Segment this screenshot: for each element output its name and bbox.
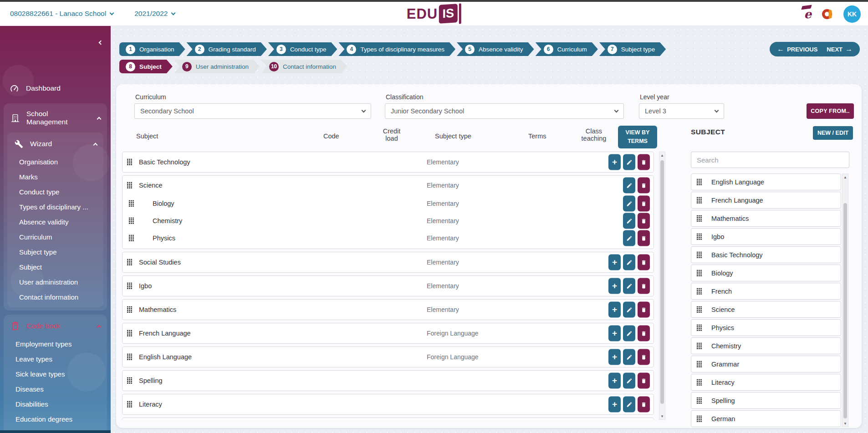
add-subject-button[interactable]: + [608, 326, 621, 341]
sidebar-item-subject-type[interactable]: Subject type [7, 245, 103, 260]
drag-handle-icon[interactable] [697, 270, 702, 276]
drag-handle-icon[interactable] [129, 218, 134, 224]
add-subject-button[interactable]: + [608, 397, 621, 413]
sidebar-item-disabilities[interactable]: Disabilities [4, 397, 107, 412]
subject-pool-item-science[interactable]: Science [691, 301, 841, 318]
delete-subject-button[interactable] [638, 349, 650, 365]
sidebar-item-employment-types[interactable]: Employment types [4, 336, 107, 351]
drag-handle-icon[interactable] [129, 200, 134, 207]
drag-handle-icon[interactable] [697, 397, 702, 404]
edit-subject-button[interactable] [623, 397, 635, 413]
drag-handle-icon[interactable] [127, 306, 132, 313]
subject-pool-item-mathematics[interactable]: Mathematics [691, 210, 841, 227]
sidebar-item-types-of-disciplinary[interactable]: Types of disciplinary ... [7, 199, 103, 214]
subject-pool-item-chemistry[interactable]: Chemistry [691, 337, 841, 354]
edit-subject-button[interactable] [623, 302, 635, 318]
drag-handle-icon[interactable] [697, 178, 702, 185]
edit-subject-button[interactable] [623, 373, 635, 389]
drag-handle-icon[interactable] [697, 379, 702, 386]
sidebar-item-organisation[interactable]: Organisation [7, 154, 103, 169]
drag-handle-icon[interactable] [697, 342, 702, 349]
sidebar-item-sick-leave-types[interactable]: Sick leave types [4, 367, 107, 382]
drag-handle-icon[interactable] [697, 288, 702, 295]
scroll-up-icon[interactable]: ▲ [659, 152, 665, 158]
sidebar-item-wizard[interactable]: Wizard [7, 132, 103, 154]
delete-subject-button[interactable] [638, 196, 650, 212]
scrollbar-thumb[interactable] [843, 203, 847, 418]
subject-pool-item-igbo[interactable]: Igbo [691, 228, 841, 245]
sidebar-item-leave-types[interactable]: Leave types [4, 351, 107, 367]
sidebar-item-diseases[interactable]: Diseases [4, 382, 107, 397]
subject-search-input[interactable] [691, 152, 849, 168]
delete-subject-button[interactable] [638, 213, 650, 229]
add-subject-button[interactable]: + [608, 154, 621, 170]
drag-handle-icon[interactable] [697, 197, 702, 204]
sidebar-item-contact-information[interactable]: Contact information [7, 290, 103, 305]
drag-handle-icon[interactable] [697, 233, 702, 240]
view-by-terms-button[interactable]: VIEW BY TERMS [618, 126, 657, 148]
wizard-step-organisation[interactable]: 1Organisation [119, 42, 185, 56]
sidebar-item-user-administration[interactable]: User administration [7, 275, 103, 290]
add-subject-button[interactable]: + [608, 349, 621, 365]
delete-subject-button[interactable] [638, 373, 650, 389]
drag-handle-icon[interactable] [697, 251, 702, 258]
edit-subject-button[interactable] [623, 154, 635, 170]
drag-handle-icon[interactable] [697, 415, 702, 422]
delete-subject-button[interactable] [638, 397, 650, 413]
wizard-step-types-of-disciplinary-measures[interactable]: 4Types of disciplinary measures [338, 42, 455, 56]
delete-subject-button[interactable] [638, 154, 650, 170]
drag-handle-icon[interactable] [127, 159, 132, 166]
next-button[interactable]: NEXT→ [827, 46, 853, 53]
sidebar-item-education-degrees[interactable]: Education degrees [4, 412, 107, 427]
previous-button[interactable]: ←PREVIOUS [777, 46, 817, 53]
add-subject-button[interactable]: + [608, 373, 621, 389]
sidebar-item-marks[interactable]: Marks [7, 169, 103, 184]
delete-subject-button[interactable] [638, 230, 650, 246]
school-year-selector[interactable]: 2021/2022 [134, 10, 175, 18]
subject-pool-item-literacy[interactable]: Literacy [691, 374, 841, 391]
wizard-step-contact-information[interactable]: 10Contact information [261, 60, 347, 73]
wizard-step-subject[interactable]: 8Subject [119, 60, 173, 73]
drag-handle-icon[interactable] [127, 401, 132, 408]
edit-subject-button[interactable] [623, 213, 635, 229]
edit-subject-button[interactable] [623, 278, 635, 294]
delete-subject-button[interactable] [638, 302, 650, 318]
wizard-step-user-administration[interactable]: 9User administration [174, 60, 260, 73]
scroll-down-icon[interactable]: ▼ [659, 413, 665, 419]
sidebar-item-school-management[interactable]: School Management [4, 103, 107, 132]
sidebar-item-conduct-type[interactable]: Conduct type [7, 184, 103, 199]
drag-handle-icon[interactable] [127, 330, 132, 337]
subject-pool-item-basic-technology[interactable]: Basic Technology [691, 246, 841, 263]
subject-pool-item-english-language[interactable]: English Language [691, 173, 841, 190]
wizard-step-subject-type[interactable]: 7Subject type [599, 42, 666, 56]
school-selector[interactable]: 08028822661 - Lanaco School [10, 10, 113, 18]
drag-handle-icon[interactable] [127, 259, 132, 266]
add-subject-button[interactable]: + [608, 255, 621, 270]
table-scrollbar[interactable]: ▲ ▼ [659, 152, 665, 420]
edit-subject-button[interactable] [623, 178, 635, 194]
office365-icon[interactable] [822, 8, 833, 20]
scroll-up-icon[interactable]: ▲ [842, 174, 848, 180]
add-subject-button[interactable]: + [608, 278, 621, 294]
sidebar-item-curriculum[interactable]: Curriculum [7, 229, 103, 245]
add-subject-button[interactable]: + [608, 302, 621, 318]
subject-pool-item-french[interactable]: French [691, 283, 841, 300]
wizard-step-conduct-type[interactable]: 3Conduct type [268, 42, 337, 56]
sidebar-item-professions[interactable]: Professions [4, 427, 107, 433]
subject-pool-item-french-language[interactable]: French Language [691, 192, 841, 209]
drag-handle-icon[interactable] [127, 377, 132, 384]
user-avatar[interactable]: KK [843, 5, 861, 23]
drag-handle-icon[interactable] [127, 283, 132, 290]
drag-handle-icon[interactable] [127, 182, 132, 189]
level-year-select[interactable]: Level 3 [639, 103, 724, 119]
delete-subject-button[interactable] [638, 255, 650, 270]
wizard-step-grading-standard[interactable]: 2Grading standard [187, 42, 267, 56]
sidebar-item-absence-validity[interactable]: Absence validity [7, 214, 103, 229]
wizard-step-curriculum[interactable]: 6Curriculum [536, 42, 598, 56]
delete-subject-button[interactable] [638, 326, 650, 341]
delete-subject-button[interactable] [638, 278, 650, 294]
graduation-e-icon[interactable]: e [804, 8, 812, 20]
subject-pool-scrollbar[interactable]: ▲ ▼ [842, 173, 848, 427]
sidebar-item-subject[interactable]: Subject [7, 260, 103, 275]
scrollbar-thumb[interactable] [660, 160, 664, 404]
